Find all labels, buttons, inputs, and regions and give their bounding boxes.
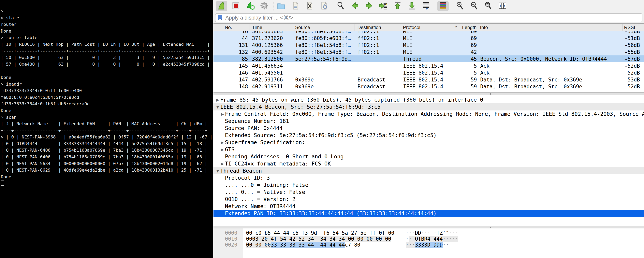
expanded-arrow-icon[interactable]: ▼ [216, 167, 219, 174]
packet-cell: -52dB [623, 84, 644, 90]
detail-row[interactable]: .... 0... = Native: False [214, 188, 644, 196]
packet-cell: 132 [214, 49, 250, 55]
hex-offset: 0010 [225, 236, 237, 242]
packet-cell: Data, Dst: Broadcast, Src: 0x369e [478, 77, 623, 83]
column-label: Protocol [403, 25, 420, 30]
packet-row[interactable]: 146401.545501IEEE 802.15.45Ack-52dB [214, 69, 644, 76]
wireshark-start-button[interactable] [216, 1, 227, 11]
zoom-original-button[interactable] [482, 1, 494, 11]
column-header-rssi[interactable]: RSSI [622, 24, 644, 31]
colorize-button[interactable] [437, 1, 449, 11]
detail-row[interactable]: ▶Frame Control Field: 0xc000, Frame Type… [214, 110, 644, 118]
packet-cell: ff02::1 [355, 31, 401, 34]
collapsed-arrow-icon[interactable]: ▶ [221, 110, 224, 118]
detail-text: Protocol ID: 3 [214, 174, 270, 182]
packet-cell: 44 [214, 35, 250, 41]
detail-row[interactable]: Pending Addresses: 0 Short and 0 Long [214, 153, 644, 160]
packet-row[interactable]: 44371.273620fe80::605f:e603:f…ff02::1MLE… [214, 35, 644, 42]
file-save-button[interactable] [290, 1, 301, 11]
capture-options-button[interactable] [258, 1, 270, 11]
packet-cell: 59 [460, 84, 478, 90]
expanded-arrow-icon[interactable]: ▼ [216, 103, 219, 110]
packet-row[interactable]: 131400.125366fe80::f8e1:54b8:f…ff02::1ML… [214, 42, 644, 48]
go-bottom-button[interactable] [406, 1, 418, 11]
go-to-packet-button[interactable] [378, 1, 389, 11]
go-top-button[interactable] [392, 1, 403, 11]
packet-cell: -52dB [623, 63, 644, 69]
packet-cell: -57dB [623, 56, 644, 62]
column-header-protocol[interactable]: Protocol^ [401, 24, 460, 31]
column-header-time[interactable]: Time [250, 24, 293, 31]
detail-row[interactable]: Extended Source: 5e:27:5a:54:f6:9d:f3:c5… [214, 132, 644, 139]
column-header-no[interactable]: No. [214, 24, 250, 31]
display-filter-input[interactable]: Apply a display filter ... <⌘/> [215, 13, 642, 22]
file-close-button[interactable] [304, 1, 315, 11]
packet-row[interactable]: 132400.693542fe80::f8e1:54b8:f…ff02::1ML… [214, 48, 644, 56]
packet-row[interactable]: 147402.5917660x369eBroadcastIEEE 802.15.… [214, 76, 644, 83]
capture-restart-button[interactable] [244, 1, 256, 11]
go-to-packet-icon [379, 1, 388, 11]
packet-cell: 147 [214, 77, 250, 83]
hex-bytes[interactable]: 00 00 0033 33 33 33 44 44 44 44c7 80 [246, 242, 360, 248]
hex-bytes[interactable]: 00 c0 b5 44 44 c5 f3 9d f6 54 5a 27 5e f… [246, 230, 394, 236]
column-header-length[interactable]: Length [460, 24, 478, 31]
collapsed-arrow-icon[interactable]: ▶ [221, 160, 224, 167]
auto-scroll-icon [422, 1, 430, 11]
detail-row[interactable]: .... ...0 = Joining: False [214, 182, 644, 188]
resize-columns-button[interactable] [497, 1, 508, 11]
packet-row[interactable]: 16361.665863fe80::f8e1:54b8:f…ff02::1MLE… [214, 31, 644, 35]
zoom-in-button[interactable] [454, 1, 466, 11]
packet-cell: 382.312500 [250, 56, 293, 62]
filter-bookmark-icon[interactable] [217, 14, 223, 21]
file-open-button[interactable] [276, 1, 287, 11]
detail-row[interactable]: ▶Frame 85: 45 bytes on wire (360 bits), … [214, 96, 644, 103]
column-label: Source [295, 25, 310, 30]
detail-row[interactable]: Network Name: OTBR4444 [214, 203, 644, 210]
packet-row[interactable]: 148402.9193110x369eBroadcastIEEE 802.15.… [214, 83, 644, 90]
detail-row-selected[interactable]: Extended PAN ID: 33:33:33:33:44:44:44:44… [214, 210, 644, 217]
auto-scroll-button[interactable] [420, 1, 432, 11]
splitter-handle [490, 93, 491, 95]
go-back-button[interactable] [349, 1, 361, 11]
packet-row[interactable]: 145401.456634IEEE 802.15.45Ack-52dB [214, 62, 644, 69]
hex-bytes[interactable]: 0003 20 4f 54 42 52 34 34 34 34 00 00 00… [246, 236, 391, 242]
detail-row[interactable]: ▼Thread Beacon [214, 167, 644, 174]
detail-text: Pending Addresses: 0 Short and 0 Long [214, 153, 344, 160]
packet-list-splitter[interactable] [214, 92, 644, 95]
detail-row[interactable]: ▶TI CC24xx-format metadata: FCS OK [214, 160, 644, 167]
details-splitter[interactable] [214, 226, 644, 228]
terminal-output[interactable]: > > state router Done > router table | I… [0, 0, 213, 187]
detail-row[interactable]: ▶GTS [214, 146, 644, 153]
terminal-pane[interactable]: > > state router Done > router table | I… [0, 0, 213, 258]
find-packet-button[interactable] [335, 1, 346, 11]
capture-stop-button[interactable] [230, 1, 242, 11]
detail-row[interactable]: Protocol ID: 3 [214, 174, 644, 182]
column-header-destination[interactable]: Destination [355, 24, 401, 31]
packet-cell: 85 [214, 56, 250, 62]
go-forward-button[interactable] [364, 1, 375, 11]
find-packet-icon [336, 1, 345, 11]
toolbar-separator [452, 2, 452, 10]
detail-text: Frame Control Field: 0xc000, Frame Type:… [214, 110, 644, 118]
detail-row[interactable]: ▼IEEE 802.15.4 Beacon, Src: 5e:27:5a:54:… [214, 103, 644, 110]
zoom-out-button[interactable] [468, 1, 480, 11]
collapsed-arrow-icon[interactable]: ▶ [216, 96, 219, 103]
hex-row[interactable]: 00100003 20 4f 54 42 52 34 34 34 34 00 0… [214, 236, 644, 242]
detail-row[interactable]: 0010 .... = Version: 2 [214, 196, 644, 203]
file-reload-button[interactable] [318, 1, 330, 11]
collapsed-arrow-icon[interactable]: ▶ [221, 139, 224, 146]
hex-row[interactable]: 000000 c0 b5 44 44 c5 f3 9d f6 54 5a 27 … [214, 230, 644, 236]
hex-row[interactable]: 002000 00 0033 33 33 33 44 44 44 44c7 80… [214, 242, 644, 248]
column-header-source[interactable]: Source [293, 24, 355, 31]
collapsed-arrow-icon[interactable]: ▶ [221, 146, 224, 153]
packet-cell: 401.456634 [250, 63, 293, 69]
packet-row-selected[interactable]: 85382.3125005e:27:5a:54:f6:9d…Thread45Be… [214, 56, 644, 62]
detail-row[interactable]: Source PAN: 0x4444 [214, 125, 644, 132]
detail-text: TI CC24xx-format metadata: FCS OK [214, 160, 331, 167]
detail-text: .... ...0 = Joining: False [214, 182, 308, 188]
detail-row[interactable]: ▶Superframe Specification: [214, 139, 644, 146]
file-save-icon [291, 1, 300, 11]
capture-stop-icon [231, 1, 240, 11]
column-header-info[interactable]: Info [478, 24, 622, 31]
detail-row[interactable]: Sequence Number: 181 [214, 118, 644, 125]
